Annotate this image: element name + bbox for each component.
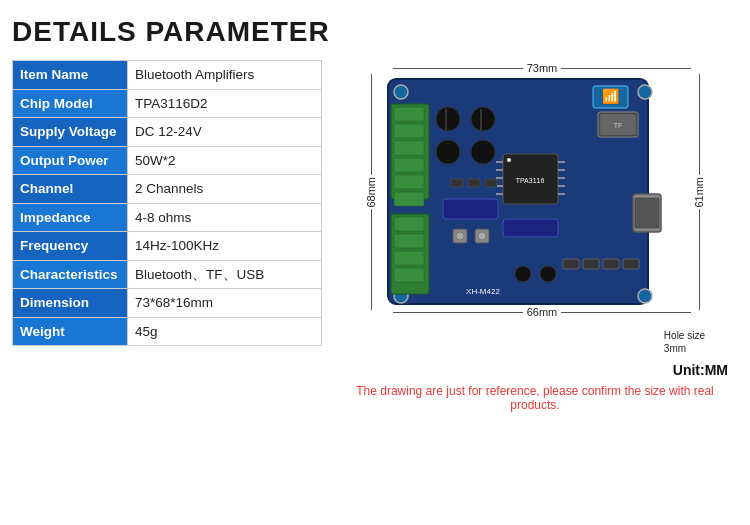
row-value: 50W*2 [128,146,322,175]
dim-left-line-top [371,74,372,175]
row-value: TPA3116D2 [128,89,322,118]
svg-point-56 [456,232,464,240]
hole-size-label: Hole size3mm [664,329,705,355]
table-row: Chip ModelTPA3116D2 [13,89,322,118]
svg-rect-10 [394,175,424,189]
svg-rect-9 [394,158,424,172]
svg-point-1 [394,85,408,99]
dim-bottom-line-left [393,312,523,313]
svg-rect-44 [394,217,424,231]
row-label: Frequency [13,232,128,261]
dim-top-label: 73mm [523,62,562,74]
dim-left-container: 68mm [365,74,377,310]
svg-rect-51 [623,259,639,269]
row-value: 73*68*16mm [128,289,322,318]
hole-size-text: Hole size3mm [664,330,705,354]
row-value: 4-8 ohms [128,203,322,232]
dim-bottom-label: 66mm [523,306,562,318]
svg-rect-37 [635,198,659,228]
svg-rect-49 [583,259,599,269]
dim-left-label: 68mm [365,175,377,210]
unit-label: Unit:MM [332,362,738,378]
table-row: Impedance4-8 ohms [13,203,322,232]
svg-rect-47 [394,268,424,282]
svg-text:XH-M422: XH-M422 [466,287,500,296]
row-label: Supply Voltage [13,118,128,147]
table-row: Item NameBluetooth Amplifiers [13,61,322,90]
row-value: 2 Channels [128,175,322,204]
svg-rect-41 [443,199,498,219]
svg-point-2 [638,85,652,99]
table-row: Dimension73*68*16mm [13,289,322,318]
table-row: Channel2 Channels [13,175,322,204]
row-label: Chip Model [13,89,128,118]
svg-rect-45 [394,234,424,248]
row-label: Characteristics [13,260,128,289]
svg-text:📶: 📶 [602,88,620,105]
row-label: Impedance [13,203,128,232]
row-value: Bluetooth、TF、USB [128,260,322,289]
dim-top-line-left [393,68,523,69]
svg-rect-42 [503,219,558,237]
table-row: CharacteristicsBluetooth、TF、USB [13,260,322,289]
svg-point-4 [638,289,652,303]
row-label: Channel [13,175,128,204]
table-row: Frequency14Hz-100KHz [13,232,322,261]
disclaimer-text: The drawing are just for reference, plea… [332,384,738,412]
svg-rect-8 [394,141,424,155]
image-section: 73mm 61mm 68mm [332,60,738,412]
svg-point-17 [471,140,495,164]
svg-rect-46 [394,251,424,265]
svg-rect-39 [468,179,480,187]
svg-point-14 [471,107,495,131]
svg-text:TPA3116: TPA3116 [516,177,545,184]
dim-right-line-top [699,74,700,175]
page-wrapper: DETAILS PARAMETER Item NameBluetooth Amp… [0,0,750,525]
dim-right-container: 61mm [693,74,705,310]
svg-point-53 [540,266,556,282]
table-row: Weight45g [13,317,322,346]
svg-rect-38 [451,179,463,187]
svg-rect-50 [603,259,619,269]
row-value: 45g [128,317,322,346]
svg-rect-6 [394,107,424,121]
row-label: Output Power [13,146,128,175]
dim-top-line-right [561,68,691,69]
row-label: Item Name [13,61,128,90]
table-section: Item NameBluetooth AmplifiersChip ModelT… [12,60,322,412]
svg-point-52 [515,266,531,282]
svg-rect-7 [394,124,424,138]
dim-left-line-bottom [371,209,372,310]
table-row: Output Power50W*2 [13,146,322,175]
svg-rect-40 [485,179,497,187]
svg-point-16 [436,140,460,164]
param-table: Item NameBluetooth AmplifiersChip ModelT… [12,60,322,346]
svg-point-58 [478,232,486,240]
row-value: 14Hz-100KHz [128,232,322,261]
row-label: Dimension [13,289,128,318]
svg-point-12 [436,107,460,131]
svg-rect-11 [394,192,424,206]
svg-rect-48 [563,259,579,269]
table-row: Supply VoltageDC 12-24V [13,118,322,147]
dim-bottom-line-right [561,312,691,313]
pcb-svg: TPA3116 📶 TF [383,74,663,314]
pcb-diagram: 73mm 61mm 68mm [365,60,705,360]
dim-bottom-container: 66mm [393,306,691,318]
row-value: DC 12-24V [128,118,322,147]
dim-right-label: 61mm [693,175,705,210]
dim-top-container: 73mm [393,62,691,74]
svg-point-29 [507,158,511,162]
dim-right-line-bottom [699,209,700,310]
row-value: Bluetooth Amplifiers [128,61,322,90]
title-section: DETAILS PARAMETER [12,10,738,56]
page-title: DETAILS PARAMETER [12,16,330,47]
row-label: Weight [13,317,128,346]
main-content: Item NameBluetooth AmplifiersChip ModelT… [12,60,738,412]
svg-text:TF: TF [614,122,623,129]
